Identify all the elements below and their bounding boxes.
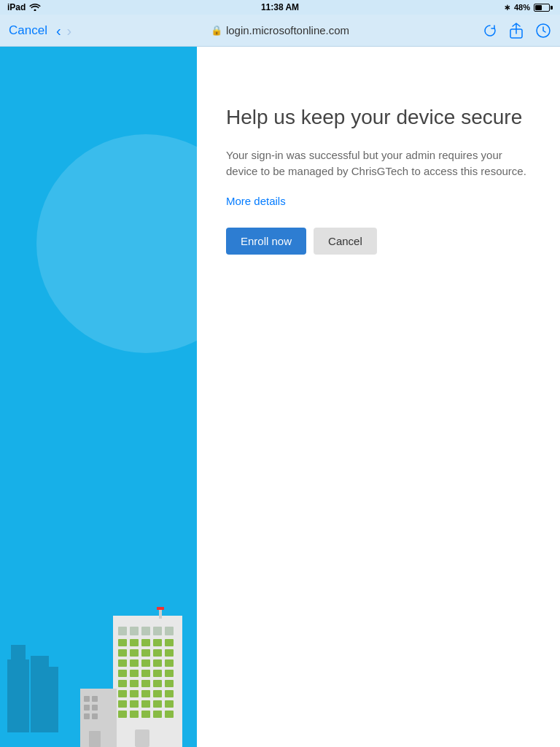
svg-rect-25 — [141, 659, 150, 667]
svg-rect-14 — [130, 639, 139, 646]
page-title: Help us keep your device secure — [226, 105, 531, 130]
svg-rect-38 — [118, 690, 127, 697]
svg-rect-10 — [141, 627, 150, 635]
svg-rect-13 — [118, 639, 127, 646]
svg-rect-47 — [165, 700, 174, 708]
nav-back-forward: ‹ › — [56, 23, 71, 38]
svg-rect-33 — [118, 680, 127, 687]
battery-icon — [534, 4, 553, 12]
svg-rect-8 — [118, 627, 127, 635]
nav-bar: Cancel ‹ › 🔒 login.microsoftonline.com — [0, 15, 560, 47]
svg-rect-5 — [44, 667, 58, 732]
svg-rect-63 — [89, 731, 101, 747]
status-right: ∗ 48% — [504, 3, 553, 12]
svg-rect-20 — [141, 649, 150, 657]
bluetooth-icon: ∗ — [504, 3, 510, 12]
svg-rect-49 — [130, 711, 139, 718]
svg-rect-52 — [165, 711, 174, 718]
nav-left: Cancel ‹ › — [9, 23, 71, 38]
svg-rect-17 — [165, 639, 174, 646]
lock-icon: 🔒 — [211, 25, 222, 36]
svg-rect-26 — [153, 659, 162, 667]
svg-rect-53 — [135, 729, 149, 747]
main-container: Help us keep your device secure Your sig… — [0, 47, 560, 747]
svg-rect-23 — [118, 659, 127, 667]
svg-rect-11 — [153, 627, 162, 635]
url-display: login.microsoftonline.com — [226, 24, 349, 36]
svg-rect-61 — [84, 713, 90, 719]
svg-rect-37 — [165, 680, 174, 687]
svg-rect-55 — [157, 607, 164, 610]
svg-rect-22 — [165, 649, 174, 657]
wifi-icon — [29, 2, 41, 13]
forward-button: › — [67, 23, 72, 38]
cancel-action-button[interactable]: Cancel — [314, 228, 377, 255]
svg-rect-36 — [153, 680, 162, 687]
content-box: Help us keep your device secure Your sig… — [226, 105, 531, 255]
nav-right — [483, 23, 551, 39]
status-left: iPad — [7, 2, 41, 13]
svg-rect-9 — [130, 627, 139, 635]
svg-rect-58 — [92, 696, 98, 702]
svg-rect-62 — [92, 713, 98, 719]
reload-button[interactable] — [483, 23, 497, 38]
svg-rect-28 — [118, 670, 127, 677]
svg-rect-19 — [130, 649, 139, 657]
svg-rect-51 — [153, 711, 162, 718]
svg-rect-3 — [11, 645, 26, 732]
time-display: 11:38 AM — [261, 2, 299, 12]
svg-rect-29 — [130, 670, 139, 677]
left-panel — [0, 47, 197, 747]
svg-rect-40 — [141, 690, 150, 697]
bookmarks-button[interactable] — [535, 23, 551, 39]
cancel-button[interactable]: Cancel — [9, 23, 47, 38]
nav-center: 🔒 login.microsoftonline.com — [211, 24, 349, 36]
svg-rect-12 — [165, 627, 174, 635]
share-button[interactable] — [509, 23, 524, 39]
svg-rect-59 — [84, 705, 90, 711]
svg-rect-45 — [141, 700, 150, 708]
more-details-link[interactable]: More details — [226, 195, 286, 207]
svg-rect-31 — [153, 670, 162, 677]
svg-rect-50 — [141, 711, 150, 718]
battery-percent: 48% — [514, 3, 530, 12]
svg-rect-32 — [165, 670, 174, 677]
svg-rect-15 — [141, 639, 150, 646]
svg-rect-43 — [118, 700, 127, 708]
svg-rect-46 — [153, 700, 162, 708]
svg-rect-18 — [118, 649, 127, 657]
svg-rect-30 — [141, 670, 150, 677]
svg-rect-24 — [130, 659, 139, 667]
svg-rect-42 — [165, 690, 174, 697]
svg-rect-41 — [153, 690, 162, 697]
device-label: iPad — [7, 2, 26, 12]
svg-rect-44 — [130, 700, 139, 708]
svg-rect-35 — [141, 680, 150, 687]
status-bar: iPad 11:38 AM ∗ 48% — [0, 0, 560, 15]
svg-rect-27 — [165, 659, 174, 667]
svg-rect-48 — [118, 711, 127, 718]
right-panel: Help us keep your device secure Your sig… — [197, 47, 560, 747]
svg-rect-21 — [153, 649, 162, 657]
page-description: Your sign-in was successful but your adm… — [226, 147, 531, 180]
circle-decoration — [36, 134, 197, 353]
svg-rect-16 — [153, 639, 162, 646]
svg-rect-54 — [159, 610, 162, 619]
svg-rect-39 — [130, 690, 139, 697]
svg-rect-34 — [130, 680, 139, 687]
svg-rect-57 — [84, 696, 90, 702]
enroll-now-button[interactable]: Enroll now — [226, 228, 306, 255]
svg-rect-60 — [92, 705, 98, 711]
cityscape-illustration — [0, 470, 197, 747]
button-group: Enroll now Cancel — [226, 228, 531, 255]
back-button[interactable]: ‹ — [56, 23, 61, 38]
